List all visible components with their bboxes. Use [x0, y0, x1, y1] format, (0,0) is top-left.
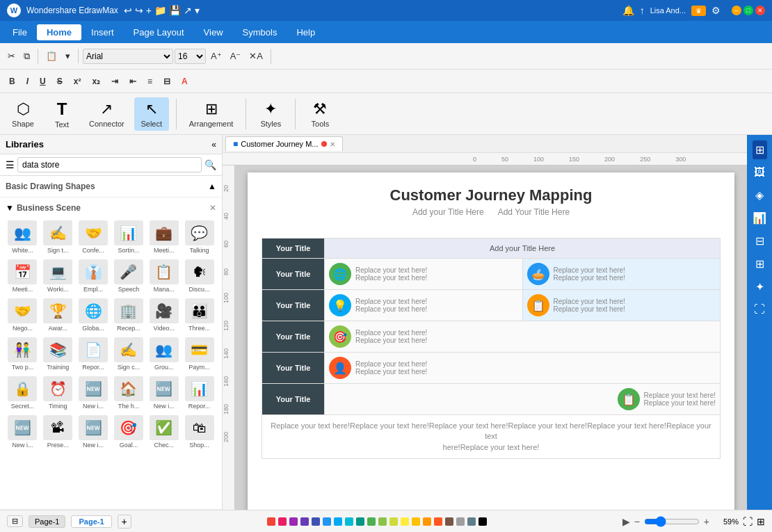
zoom-out-button[interactable]: −: [634, 516, 640, 527]
fit-button[interactable]: ⊞: [757, 516, 765, 527]
shape-item[interactable]: 🎤Speech: [111, 257, 145, 295]
text-tool[interactable]: T Text: [45, 97, 79, 131]
shape-item[interactable]: 🆕New i...: [6, 413, 40, 451]
color-swatch[interactable]: [423, 517, 431, 526]
strikethrough-button[interactable]: S: [52, 74, 67, 88]
color-swatch[interactable]: [356, 517, 364, 526]
underline-button[interactable]: U: [35, 74, 51, 88]
rp-image-button[interactable]: 🖼: [751, 163, 768, 182]
basic-shapes-header[interactable]: Basic Drawing Shapes ▲: [6, 179, 216, 194]
menu-insert[interactable]: Insert: [81, 24, 124, 40]
menu-view[interactable]: View: [194, 24, 233, 40]
color-swatch[interactable]: [401, 517, 409, 526]
sidebar-collapse-button[interactable]: «: [211, 140, 216, 150]
decrease-font-button[interactable]: A⁻: [227, 49, 245, 63]
rp-expand-button[interactable]: ⛶: [751, 300, 768, 319]
business-scene-header[interactable]: ▼ Business Scene ✕: [6, 200, 216, 216]
shape-item[interactable]: 📽Prese...: [41, 413, 75, 451]
color-swatch[interactable]: [412, 517, 420, 526]
subscript-button[interactable]: x₂: [87, 74, 105, 88]
menu-help[interactable]: Help: [287, 24, 325, 40]
rp-chart-button[interactable]: 📊: [750, 209, 769, 227]
italic-button[interactable]: I: [22, 74, 33, 88]
font-selector[interactable]: Arial Times New Roman Verdana: [83, 49, 173, 64]
copy-button[interactable]: ⧉: [20, 49, 33, 64]
export-button[interactable]: ↗: [184, 5, 192, 16]
zoom-in-button[interactable]: +: [704, 516, 709, 527]
canvas-tab[interactable]: ■ Customer Journey M... ✕: [225, 136, 343, 151]
rp-table-button[interactable]: ⊟: [753, 232, 767, 250]
menu-home[interactable]: Home: [37, 24, 81, 40]
rp-grid-button[interactable]: ⊞: [753, 255, 767, 273]
outdent-button[interactable]: ⇤: [124, 74, 141, 88]
cut-button[interactable]: ✂: [4, 49, 19, 63]
undo-button[interactable]: ↩: [124, 5, 132, 16]
shape-item[interactable]: 💬Talking: [182, 218, 216, 256]
shape-item[interactable]: 🔒Secret...: [6, 374, 40, 412]
more-button[interactable]: ▾: [195, 5, 200, 16]
color-swatch[interactable]: [300, 517, 309, 526]
arrangement-tool[interactable]: ⊞ Arrangement: [184, 97, 239, 131]
size-selector[interactable]: 16 12 14 18 24: [175, 49, 206, 64]
search-input[interactable]: [17, 157, 202, 172]
color-swatch[interactable]: [312, 517, 320, 526]
shape-tool[interactable]: ⬡ Shape: [6, 97, 40, 131]
shape-item[interactable]: 🤝Nego...: [6, 296, 40, 334]
library-menu-button[interactable]: ☰: [6, 159, 15, 170]
color-swatch[interactable]: [445, 517, 453, 526]
close-button[interactable]: ✕: [755, 6, 765, 15]
shape-item[interactable]: 📅Meeti...: [6, 257, 40, 295]
shape-item[interactable]: 📊Repor...: [182, 374, 216, 412]
bold-button[interactable]: B: [4, 74, 20, 88]
shape-item[interactable]: ✍Sign c...: [111, 335, 145, 373]
page-1-tab[interactable]: Page-1: [71, 515, 111, 528]
shape-item[interactable]: ⏰Timing: [41, 374, 75, 412]
new-button[interactable]: +: [146, 5, 152, 16]
menu-file[interactable]: File: [3, 24, 37, 40]
shape-item[interactable]: 🆕New i...: [77, 413, 111, 451]
shape-item[interactable]: 📄Repor...: [77, 335, 111, 373]
color-swatch[interactable]: [345, 517, 353, 526]
bullet-button[interactable]: ≡: [143, 74, 157, 88]
shape-item[interactable]: 👪Three...: [182, 296, 216, 334]
fullscreen-button[interactable]: ⛶: [743, 516, 753, 527]
rp-properties-button[interactable]: ⊞: [753, 140, 767, 159]
save-button[interactable]: 💾: [169, 5, 181, 16]
redo-button[interactable]: ↪: [135, 5, 143, 16]
add-page-button[interactable]: +: [118, 515, 131, 529]
minimize-button[interactable]: ─: [732, 6, 741, 15]
color-swatch[interactable]: [456, 517, 465, 526]
indent-button[interactable]: ⇥: [106, 74, 123, 88]
tools-tool[interactable]: ⚒ Tools: [303, 97, 337, 131]
rp-layers-button[interactable]: ◈: [753, 186, 766, 204]
settings-icon[interactable]: ⚙: [711, 5, 721, 16]
shape-item[interactable]: 🎯Goal...: [111, 413, 145, 451]
menu-page-layout[interactable]: Page Layout: [124, 24, 194, 40]
maximize-button[interactable]: □: [743, 6, 753, 15]
color-swatch[interactable]: [278, 517, 287, 526]
styles-tool[interactable]: ✦ Styles: [253, 97, 288, 131]
shape-item[interactable]: 💳Paym...: [182, 335, 216, 373]
connector-tool[interactable]: ↗ Connector: [83, 97, 130, 131]
shape-item[interactable]: 📋Mana...: [147, 257, 181, 295]
shape-item[interactable]: 🏠The h...: [111, 374, 145, 412]
shape-item[interactable]: 🎥Video...: [147, 296, 181, 334]
select-tool[interactable]: ↖ Select: [134, 97, 169, 131]
shape-item[interactable]: 💼Meeti...: [147, 218, 181, 256]
share-icon[interactable]: ↑: [640, 5, 645, 16]
color-swatch[interactable]: [267, 517, 275, 526]
shape-item[interactable]: 🛍Shop...: [182, 413, 216, 451]
shape-item[interactable]: 📚Training: [41, 335, 75, 373]
color-swatch[interactable]: [367, 517, 376, 526]
shape-item[interactable]: 🌐Globa...: [77, 296, 111, 334]
paste-button[interactable]: 📋: [42, 49, 61, 63]
color-swatch[interactable]: [479, 517, 487, 526]
shape-item[interactable]: 🆕New i...: [147, 374, 181, 412]
shape-item[interactable]: 🏢Recep...: [111, 296, 145, 334]
notification-icon[interactable]: 🔔: [622, 5, 634, 16]
search-button[interactable]: 🔍: [204, 159, 216, 170]
shape-item[interactable]: 📊Sortin...: [111, 218, 145, 256]
open-button[interactable]: 📁: [154, 5, 166, 16]
shape-item[interactable]: 👥White...: [6, 218, 40, 256]
canvas-scroll[interactable]: Customer Journey Mapping Add your Title …: [235, 166, 747, 510]
